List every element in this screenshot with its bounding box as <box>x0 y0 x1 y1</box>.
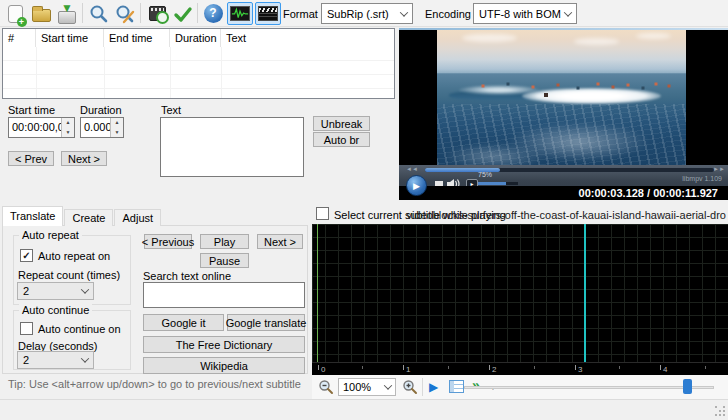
auto-continue-checkbox-label: Auto continue on <box>38 323 121 335</box>
format-label: Format <box>283 8 318 20</box>
column-end-time[interactable]: End time <box>104 29 170 47</box>
new-file-icon <box>8 5 23 23</box>
replace-button[interactable] <box>113 2 137 25</box>
start-time-spinner[interactable]: 00:00:00,000 ▲▼ <box>8 117 75 138</box>
next-subtitle-button[interactable]: Next > <box>61 151 107 166</box>
position-slider[interactable] <box>464 386 714 389</box>
waveform-zoom-combobox[interactable]: 100% <box>338 378 396 396</box>
auto-br-button[interactable]: Auto br <box>313 132 370 147</box>
column-duration[interactable]: Duration <box>170 29 221 47</box>
waveform-play-button[interactable]: ▶ <box>429 379 438 395</box>
search-text-online-label: Search text online <box>143 270 231 282</box>
play-button-translate[interactable]: Play <box>200 234 249 249</box>
toolbar-separator <box>197 3 198 23</box>
zoom-in-button[interactable] <box>402 379 418 395</box>
tab-create[interactable]: Create <box>64 209 113 226</box>
previous-button[interactable]: < Previous <box>144 234 192 249</box>
save-button[interactable] <box>55 2 79 25</box>
select-current-subtitle-checkbox[interactable] <box>316 207 329 220</box>
play-icon: ▶ <box>413 181 420 191</box>
translate-tab-page: Auto repeat Auto repeat on Repeat count … <box>2 225 308 374</box>
waveform-playback-cursor[interactable] <box>584 224 586 375</box>
repeat-count-combobox[interactable]: 2 <box>17 282 94 300</box>
toolbar-separator <box>422 378 423 396</box>
auto-repeat-legend: Auto repeat <box>19 229 82 241</box>
grid-line <box>104 47 105 98</box>
waveform-area[interactable]: 0 1 2 3 4 <box>312 224 728 375</box>
replace-icon <box>115 4 135 24</box>
google-it-button[interactable]: Google it <box>143 314 224 331</box>
show-list-view-button[interactable] <box>449 380 464 393</box>
prev-subtitle-button[interactable]: < Prev <box>8 151 54 166</box>
waveform-zoom-value: 100% <box>343 381 371 393</box>
start-time-label: Start time <box>8 104 55 116</box>
volume-slider[interactable] <box>478 182 518 185</box>
duration-label: Duration <box>80 104 122 116</box>
spin-down-icon: ▼ <box>111 128 123 138</box>
tab-translate[interactable]: Translate <box>2 206 63 226</box>
google-translate-button[interactable]: Google translate <box>227 314 305 331</box>
wave-crest <box>522 88 661 104</box>
toggle-waveform-button[interactable] <box>227 2 253 25</box>
toggle-video-button[interactable] <box>255 2 281 25</box>
wikipedia-button[interactable]: Wikipedia <box>143 357 305 374</box>
seek-back-icon[interactable]: ◄◄ <box>406 166 418 172</box>
subtitle-text-area[interactable] <box>160 117 304 177</box>
auto-continue-group: Auto continue Auto continue on Delay (se… <box>13 310 131 370</box>
surfers-dots <box>437 30 439 32</box>
cloud <box>462 34 517 42</box>
format-combobox[interactable]: SubRip (.srt) <box>321 3 413 24</box>
play-button[interactable]: ▶ <box>406 175 427 196</box>
visual-sync-button[interactable] <box>145 2 169 25</box>
chevron-down-icon <box>564 8 572 16</box>
spinner-arrows[interactable]: ▲▼ <box>110 118 123 137</box>
resize-grip[interactable] <box>715 406 725 416</box>
spell-check-button[interactable] <box>171 2 195 25</box>
auto-repeat-group: Auto repeat Auto repeat on Repeat count … <box>13 235 131 305</box>
free-dictionary-button[interactable]: The Free Dictionary <box>143 336 305 353</box>
search-icon <box>89 4 109 24</box>
bottom-tabs: Translate Create Adjust <box>2 206 162 226</box>
ruler-label-0: 0 <box>321 365 325 374</box>
main-toolbar: Format SubRip (.srt) Encoding UTF-8 with… <box>0 0 728 27</box>
seek-forward-icon[interactable]: ►► <box>713 166 725 172</box>
column-number[interactable]: # <box>3 29 36 47</box>
video-display[interactable] <box>437 30 686 165</box>
spinner-arrows[interactable]: ▲▼ <box>61 118 74 137</box>
find-button[interactable] <box>87 2 111 25</box>
foam-patch <box>442 143 547 165</box>
open-file-button[interactable] <box>29 2 53 25</box>
column-text[interactable]: Text <box>221 29 394 47</box>
column-start-time[interactable]: Start time <box>36 29 104 47</box>
waveform-time-ruler: 0 1 2 3 4 <box>312 362 728 375</box>
duration-spinner[interactable]: 0.000 ▲▼ <box>80 117 124 138</box>
delay-combobox[interactable]: 2 <box>17 351 94 369</box>
repeat-count-value: 2 <box>23 285 29 297</box>
subtitle-list[interactable]: # Start time End time Duration Text <box>2 28 395 99</box>
video-controls: ◄◄ ►► ▶ ▸ 75% libmpv 1.109 00:00:03.128 … <box>399 165 728 200</box>
encoding-combobox[interactable]: UTF-8 with BOM <box>473 3 577 24</box>
next-button[interactable]: Next > <box>257 234 303 249</box>
new-file-button[interactable] <box>3 2 27 25</box>
help-button[interactable] <box>201 2 225 25</box>
player-engine-label: libmpv 1.109 <box>682 175 722 182</box>
grid-line <box>170 47 171 98</box>
video-player-panel: ◄◄ ►► ▶ ▸ 75% libmpv 1.109 00:00:03.128 … <box>399 28 728 200</box>
check-icon <box>173 4 193 24</box>
seek-bar[interactable] <box>425 168 714 172</box>
toolbar-separator <box>140 3 141 23</box>
ruler-label-2: 2 <box>492 365 496 374</box>
pause-button[interactable]: Pause <box>200 253 249 268</box>
chevron-down-icon <box>81 354 89 362</box>
auto-continue-checkbox[interactable] <box>20 322 33 335</box>
encoding-value: UTF-8 with BOM <box>479 8 561 20</box>
tip-text: Tip: Use <alt+arrow up/down> to go to pr… <box>8 378 301 390</box>
playback-speed-button[interactable]: » <box>472 377 480 393</box>
auto-repeat-checkbox[interactable] <box>20 249 33 262</box>
list-rows-empty[interactable] <box>3 47 394 98</box>
tab-adjust[interactable]: Adjust <box>114 209 161 226</box>
position-slider-thumb[interactable] <box>683 379 692 394</box>
zoom-out-button[interactable] <box>318 379 334 395</box>
search-text-input[interactable] <box>143 282 305 308</box>
unbreak-button[interactable]: Unbreak <box>313 116 370 131</box>
